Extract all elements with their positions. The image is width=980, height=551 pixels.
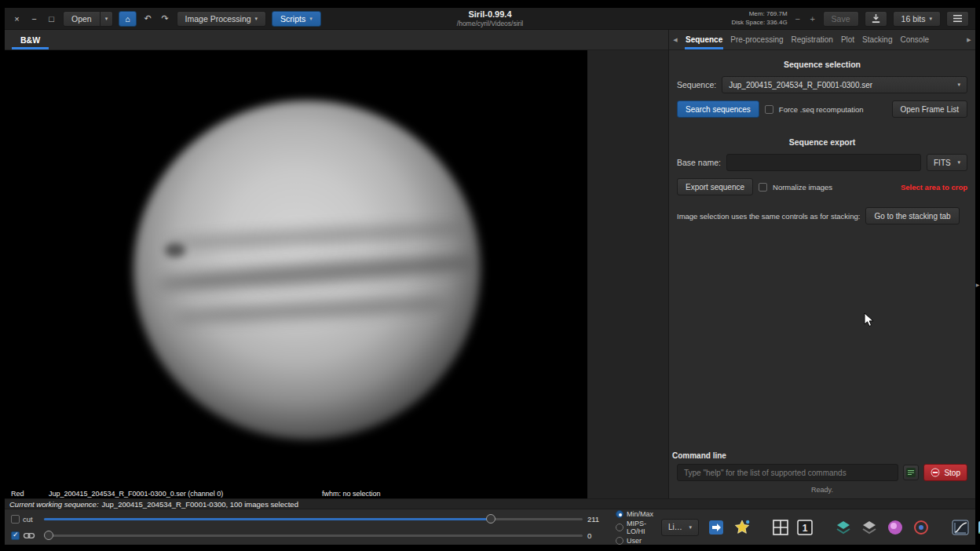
stacking-note: Image selection uses the same controls a… [677,212,860,221]
level-sliders: cut 211 [11,513,608,541]
working-sequence-label: Current working sequence: [9,500,99,509]
link-checkbox[interactable] [11,531,20,540]
zoom-in-icon[interactable]: + [808,14,817,24]
image-viewer: B&W Red Jup_200415_204534_R_F0001-0300_0… [5,30,669,498]
tab-sequence[interactable]: Sequence [682,30,726,49]
slider-track[interactable] [44,535,583,537]
zoom-out-icon[interactable]: − [793,14,803,24]
stop-label: Stop [944,469,960,477]
photometry-icon[interactable] [912,518,931,537]
main-area: B&W Red Jup_200415_204534_R_F0001-0300_0… [5,30,975,498]
maximize-icon[interactable]: □ [46,14,57,24]
open-frame-list-button[interactable]: Open Frame List [892,100,967,118]
stacking-note-row: Image selection uses the same controls a… [677,207,967,224]
image-processing-label: Image Processing [185,14,251,24]
download-icon [871,13,881,24]
tab-plot[interactable]: Plot [837,30,858,49]
high-level-value: 211 [587,515,608,524]
minimize-icon[interactable]: − [28,14,40,24]
sequence-tab-content: Sequence selection Sequence: Jup_200415_… [669,50,975,498]
bit-depth-dropdown[interactable]: 16 bits ▾ [893,11,941,27]
tab-console[interactable]: Console [896,30,933,49]
sequence-dropdown[interactable]: Jup_200415_204534_R_F0001-0300.ser ▾ [722,76,967,93]
grid-icon[interactable] [772,519,789,536]
svg-text:1: 1 [803,523,808,534]
slider-fill [44,518,491,520]
tab-bw[interactable]: B&W [8,30,53,49]
titlebar-right: Mem: 769.7M Disk Space: 336.4G − + Save … [731,10,969,27]
curves-icon[interactable] [951,518,970,537]
high-level-slider[interactable] [44,513,583,524]
image-gallery-icon[interactable] [977,518,980,537]
mode-user[interactable]: User [616,537,653,545]
color-calibration-icon[interactable] [886,518,905,537]
slider-handle[interactable] [486,514,495,524]
export-row: Export sequence Normalize images Select … [677,178,967,195]
chevron-down-icon: ▾ [105,16,108,22]
goto-stacking-button[interactable]: Go to the stacking tab [865,207,959,224]
high-slider-row: cut 211 [11,513,608,524]
display-mode-radios: Min/Max MIPS-LO/HI User [616,510,653,545]
scale-dropdown[interactable]: Linear ▾ [661,519,699,536]
mode-mips[interactable]: MIPS-LO/HI [616,520,653,535]
tabs-scroll-left-icon[interactable]: ◀ [669,30,682,49]
home-icon: ⌂ [125,14,130,24]
low-level-slider[interactable] [44,530,583,541]
tabs-scroll-right-icon[interactable]: ▶ [963,30,975,49]
single-frame-icon[interactable]: 1 [796,519,814,536]
siril-window: × − □ Open ▾ ⌂ ↶ ↷ Image Processing ▾ Sc… [5,8,975,545]
mode-user-label: User [627,537,642,545]
close-icon[interactable]: × [11,14,23,24]
save-as-button[interactable] [865,11,887,27]
cut-label: cut [23,515,33,524]
search-sequences-button[interactable]: Search sequences [677,100,759,118]
export-sequence-button[interactable]: Export sequence [677,178,753,195]
tab-stacking[interactable]: Stacking [858,30,896,49]
save-button[interactable]: Save [823,11,859,27]
scripts-label: Scripts [280,14,305,24]
home-button[interactable]: ⌂ [119,11,136,27]
radio-icon [616,537,623,545]
command-history-button[interactable] [903,465,919,480]
force-recompute-checkbox[interactable] [765,105,773,114]
base-name-row: Base name: FITS ▾ [677,154,967,171]
control-panel: ◀ Sequence Pre-processing Registration P… [669,30,975,498]
cut-checkbox[interactable] [11,515,20,524]
sequence-label: Sequence: [677,80,716,89]
stop-button[interactable]: Stop [923,464,967,481]
menu-button[interactable] [946,11,969,27]
working-sequence-bar: Current working sequence: Jup_200415_204… [5,498,975,509]
star-detection-icon[interactable] [733,518,751,537]
stack-icon[interactable] [860,518,879,537]
chevron-down-icon: ▾ [957,159,960,166]
normalize-checkbox[interactable] [759,183,767,192]
mode-minmax[interactable]: Min/Max [616,510,653,518]
redo-icon[interactable]: ↷ [159,13,171,24]
chevron-down-icon: ▾ [255,16,258,22]
chain-link-icon[interactable] [23,531,35,541]
image-processing-button[interactable]: Image Processing ▾ [177,11,267,27]
command-line-row: Stop [677,464,967,481]
scripts-button[interactable]: Scripts ▾ [272,11,321,27]
sequence-value: Jup_200415_204534_R_F0001-0300.ser [729,81,872,89]
sequence-selection-title: Sequence selection [677,60,967,69]
open-recent-button[interactable]: ▾ [101,11,114,27]
tab-registration[interactable]: Registration [788,30,837,49]
chevron-down-icon: ▾ [309,16,313,22]
format-dropdown[interactable]: FITS ▾ [927,154,967,171]
open-button[interactable]: Open [63,11,101,27]
slider-handle[interactable] [44,531,53,540]
scale-value: Linear [668,523,684,531]
tab-pre-processing[interactable]: Pre-processing [726,30,787,49]
base-name-input[interactable] [726,154,921,171]
image-canvas[interactable]: Red Jup_200415_204534_R_F0001-0300_0.ser… [5,50,668,498]
channel-swap-icon[interactable] [707,518,726,537]
undo-icon[interactable]: ↶ [142,13,154,24]
panel-expand-icon[interactable]: ▶ [975,282,980,287]
jupiter-image[interactable] [5,50,587,488]
hamburger-icon [953,14,963,23]
sequence-row: Sequence: Jup_200415_204534_R_F0001-0300… [677,76,967,93]
layers-icon[interactable] [834,518,853,537]
command-input[interactable] [677,464,898,481]
display-controls-bar: cut 211 [5,509,975,545]
